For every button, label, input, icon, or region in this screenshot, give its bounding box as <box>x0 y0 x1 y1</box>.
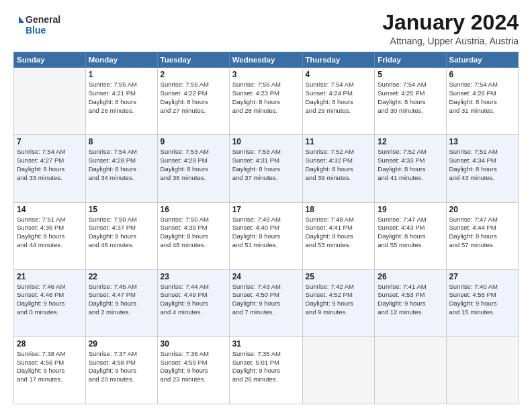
day-number: 14 <box>17 205 83 214</box>
day-number: 13 <box>449 137 516 146</box>
day-number: 8 <box>89 137 154 146</box>
calendar-cell: 2Sunrise: 7:55 AM Sunset: 4:22 PM Daylig… <box>157 68 229 135</box>
calendar-cell: 29Sunrise: 7:37 AM Sunset: 4:58 PM Dayli… <box>85 336 157 404</box>
calendar-table: SundayMondayTuesdayWednesdayThursdayFrid… <box>13 52 519 404</box>
cell-info: Sunrise: 7:36 AM Sunset: 4:59 PM Dayligh… <box>161 350 226 384</box>
cell-info: Sunrise: 7:53 AM Sunset: 4:29 PM Dayligh… <box>161 148 226 182</box>
calendar-cell: 1Sunrise: 7:55 AM Sunset: 4:21 PM Daylig… <box>85 68 157 135</box>
calendar-cell: 19Sunrise: 7:47 AM Sunset: 4:43 PM Dayli… <box>375 202 446 269</box>
calendar-cell: 18Sunrise: 7:48 AM Sunset: 4:41 PM Dayli… <box>302 202 375 269</box>
day-number: 26 <box>378 272 443 281</box>
cell-info: Sunrise: 7:50 AM Sunset: 4:39 PM Dayligh… <box>161 216 226 250</box>
calendar-cell: 22Sunrise: 7:45 AM Sunset: 4:47 PM Dayli… <box>85 269 157 336</box>
cell-info: Sunrise: 7:54 AM Sunset: 4:27 PM Dayligh… <box>17 148 83 182</box>
calendar-week-row: 21Sunrise: 7:46 AM Sunset: 4:46 PM Dayli… <box>14 269 519 336</box>
calendar-week-row: 14Sunrise: 7:51 AM Sunset: 4:36 PM Dayli… <box>14 202 519 269</box>
calendar-cell: 27Sunrise: 7:40 AM Sunset: 4:55 PM Dayli… <box>446 269 519 336</box>
calendar-week-row: 1Sunrise: 7:55 AM Sunset: 4:21 PM Daylig… <box>14 68 519 135</box>
cell-info: Sunrise: 7:55 AM Sunset: 4:21 PM Dayligh… <box>89 81 154 115</box>
cell-info: Sunrise: 7:50 AM Sunset: 4:37 PM Dayligh… <box>89 216 154 250</box>
day-number: 15 <box>89 205 154 214</box>
calendar-cell: 20Sunrise: 7:47 AM Sunset: 4:44 PM Dayli… <box>446 202 519 269</box>
cell-info: Sunrise: 7:51 AM Sunset: 4:36 PM Dayligh… <box>17 216 83 250</box>
cell-info: Sunrise: 7:42 AM Sunset: 4:52 PM Dayligh… <box>306 283 372 317</box>
calendar-cell: 16Sunrise: 7:50 AM Sunset: 4:39 PM Dayli… <box>157 202 229 269</box>
day-number: 18 <box>306 205 372 214</box>
cell-info: Sunrise: 7:41 AM Sunset: 4:53 PM Dayligh… <box>378 283 443 317</box>
cell-info: Sunrise: 7:52 AM Sunset: 4:32 PM Dayligh… <box>306 148 372 182</box>
day-number: 23 <box>161 272 226 281</box>
cell-info: Sunrise: 7:51 AM Sunset: 4:34 PM Dayligh… <box>449 148 516 182</box>
day-number: 11 <box>306 137 372 146</box>
day-number: 1 <box>89 70 154 79</box>
calendar-cell: 11Sunrise: 7:52 AM Sunset: 4:32 PM Dayli… <box>302 135 375 202</box>
svg-marker-0 <box>19 16 24 23</box>
logo: GeneralBlue <box>13 11 74 38</box>
cell-info: Sunrise: 7:43 AM Sunset: 4:50 PM Dayligh… <box>232 283 300 317</box>
cell-info: Sunrise: 7:48 AM Sunset: 4:41 PM Dayligh… <box>306 216 372 250</box>
cell-info: Sunrise: 7:55 AM Sunset: 4:22 PM Dayligh… <box>161 81 226 115</box>
calendar-day-header: Monday <box>85 52 157 68</box>
day-number: 29 <box>89 339 154 349</box>
day-number: 27 <box>449 272 516 281</box>
page: GeneralBlue January 2024 Attnang, Upper … <box>0 0 532 411</box>
day-number: 6 <box>449 70 516 79</box>
cell-info: Sunrise: 7:44 AM Sunset: 4:49 PM Dayligh… <box>161 283 226 317</box>
day-number: 20 <box>449 205 516 214</box>
calendar-cell: 7Sunrise: 7:54 AM Sunset: 4:27 PM Daylig… <box>14 135 86 202</box>
cell-info: Sunrise: 7:37 AM Sunset: 4:58 PM Dayligh… <box>89 350 154 384</box>
cell-info: Sunrise: 7:35 AM Sunset: 5:01 PM Dayligh… <box>232 350 300 384</box>
calendar-day-header: Sunday <box>14 52 86 68</box>
svg-text:General: General <box>26 14 60 25</box>
day-number: 17 <box>232 205 300 214</box>
cell-info: Sunrise: 7:53 AM Sunset: 4:31 PM Dayligh… <box>232 148 300 182</box>
cell-info: Sunrise: 7:55 AM Sunset: 4:23 PM Dayligh… <box>232 81 300 115</box>
calendar-day-header: Saturday <box>446 52 519 68</box>
subtitle: Attnang, Upper Austria, Austria <box>382 36 519 46</box>
calendar-cell: 25Sunrise: 7:42 AM Sunset: 4:52 PM Dayli… <box>302 269 375 336</box>
title-section: January 2024 Attnang, Upper Austria, Aus… <box>382 11 519 46</box>
calendar-day-header: Tuesday <box>157 52 229 68</box>
calendar-day-header: Thursday <box>302 52 375 68</box>
day-number: 30 <box>161 339 226 349</box>
calendar-cell: 4Sunrise: 7:54 AM Sunset: 4:24 PM Daylig… <box>302 68 375 135</box>
day-number: 19 <box>378 205 443 214</box>
calendar-cell <box>446 336 519 404</box>
day-number: 21 <box>17 272 83 281</box>
calendar-cell: 9Sunrise: 7:53 AM Sunset: 4:29 PM Daylig… <box>157 135 229 202</box>
cell-info: Sunrise: 7:49 AM Sunset: 4:40 PM Dayligh… <box>232 216 300 250</box>
day-number: 2 <box>161 70 226 79</box>
day-number: 16 <box>161 205 226 214</box>
cell-info: Sunrise: 7:46 AM Sunset: 4:46 PM Dayligh… <box>17 283 83 317</box>
cell-info: Sunrise: 7:40 AM Sunset: 4:55 PM Dayligh… <box>449 283 516 317</box>
calendar-cell: 31Sunrise: 7:35 AM Sunset: 5:01 PM Dayli… <box>229 336 302 404</box>
day-number: 7 <box>17 137 83 146</box>
calendar-day-header: Wednesday <box>229 52 302 68</box>
calendar-cell: 23Sunrise: 7:44 AM Sunset: 4:49 PM Dayli… <box>157 269 229 336</box>
cell-info: Sunrise: 7:38 AM Sunset: 4:56 PM Dayligh… <box>17 350 83 384</box>
cell-info: Sunrise: 7:47 AM Sunset: 4:43 PM Dayligh… <box>378 216 443 250</box>
cell-info: Sunrise: 7:47 AM Sunset: 4:44 PM Dayligh… <box>449 216 516 250</box>
calendar-cell <box>14 68 86 135</box>
calendar-cell: 8Sunrise: 7:54 AM Sunset: 4:28 PM Daylig… <box>85 135 157 202</box>
day-number: 28 <box>17 339 83 349</box>
cell-info: Sunrise: 7:54 AM Sunset: 4:26 PM Dayligh… <box>449 81 516 115</box>
cell-info: Sunrise: 7:54 AM Sunset: 4:28 PM Dayligh… <box>89 148 154 182</box>
calendar-week-row: 7Sunrise: 7:54 AM Sunset: 4:27 PM Daylig… <box>14 135 519 202</box>
calendar-cell: 24Sunrise: 7:43 AM Sunset: 4:50 PM Dayli… <box>229 269 302 336</box>
cell-info: Sunrise: 7:54 AM Sunset: 4:25 PM Dayligh… <box>378 81 443 115</box>
calendar-cell: 3Sunrise: 7:55 AM Sunset: 4:23 PM Daylig… <box>229 68 302 135</box>
cell-info: Sunrise: 7:52 AM Sunset: 4:33 PM Dayligh… <box>378 148 443 182</box>
day-number: 12 <box>378 137 443 146</box>
calendar-cell: 15Sunrise: 7:50 AM Sunset: 4:37 PM Dayli… <box>85 202 157 269</box>
calendar-header-row: SundayMondayTuesdayWednesdayThursdayFrid… <box>14 52 519 68</box>
day-number: 4 <box>306 70 372 79</box>
day-number: 9 <box>161 137 226 146</box>
calendar-cell: 12Sunrise: 7:52 AM Sunset: 4:33 PM Dayli… <box>375 135 446 202</box>
day-number: 22 <box>89 272 154 281</box>
day-number: 10 <box>232 137 300 146</box>
header: GeneralBlue January 2024 Attnang, Upper … <box>13 11 519 46</box>
logo-svg: GeneralBlue <box>13 11 74 38</box>
calendar-week-row: 28Sunrise: 7:38 AM Sunset: 4:56 PM Dayli… <box>14 336 519 404</box>
calendar-cell: 28Sunrise: 7:38 AM Sunset: 4:56 PM Dayli… <box>14 336 86 404</box>
